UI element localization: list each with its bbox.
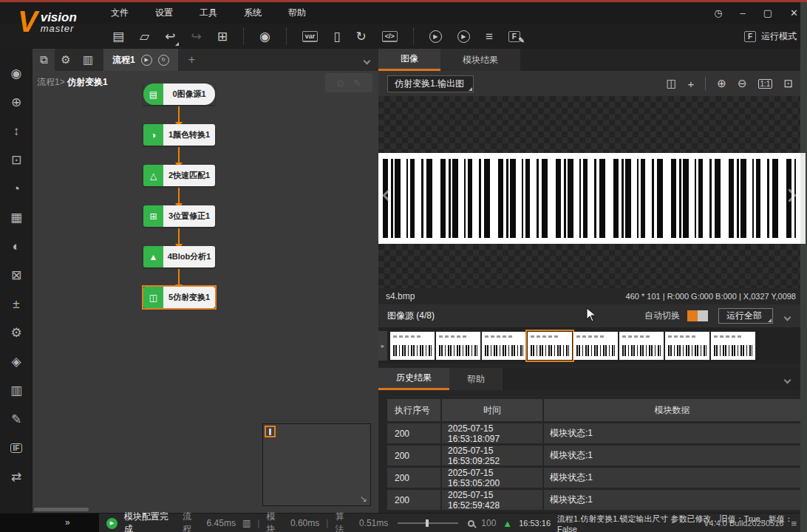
color-fill-icon[interactable]: ◈ — [0, 347, 33, 376]
acquisition-icon[interactable]: ◉ — [0, 59, 33, 88]
zoom-out-icon[interactable]: ⊖ — [738, 77, 747, 90]
communication-branch-icon[interactable]: ⇄ — [0, 463, 33, 491]
canvas-zoom-icon[interactable]: ⊙ — [336, 78, 344, 89]
save-icon[interactable]: ▤ — [112, 30, 124, 43]
thumbnail-2[interactable] — [436, 332, 480, 360]
tab-help[interactable]: 帮助 — [449, 368, 503, 390]
minimap-viewport[interactable] — [265, 426, 276, 437]
logic-if-icon[interactable]: IF — [0, 434, 33, 463]
menu-system[interactable]: 系统 — [244, 7, 262, 19]
menu-help[interactable]: 帮助 — [288, 7, 306, 19]
flow-tab[interactable]: 流程1 ▶ ↻ — [103, 49, 178, 71]
canvas-zoom-slider[interactable] — [398, 522, 458, 524]
calibration-axis-icon[interactable]: ⊠ — [0, 261, 33, 290]
io-card-icon[interactable]: ▯ — [333, 30, 340, 43]
sphere-3d-icon[interactable]: ◐ — [0, 232, 33, 261]
measure-icon[interactable]: ↕ — [0, 117, 33, 146]
menu-tools[interactable]: 工具 — [200, 7, 217, 19]
expand-panel-icon[interactable]: » — [65, 517, 69, 528]
frame-lock-icon[interactable]: ⊞ — [217, 30, 228, 43]
minimap-resize-handle[interactable]: ↘ — [360, 494, 367, 504]
recognition-icon[interactable]: ⊡ — [0, 146, 33, 174]
source-bar-collapse-icon[interactable] — [785, 310, 790, 323]
flow-barcode-icon[interactable]: ▥ — [77, 49, 99, 71]
breadcrumb-parent[interactable]: 流程1> — [37, 77, 65, 87]
tab-image[interactable]: 图像 — [378, 49, 440, 71]
run-continuous-icon[interactable]: ▶ — [457, 30, 470, 43]
rebuild-icon[interactable]: ↻ — [356, 30, 367, 43]
thumbnail-7[interactable] — [665, 332, 709, 360]
auto-switch-toggle[interactable] — [687, 310, 708, 321]
table-row[interactable]: 200 2025-07-15 16:53:09:252 模块状态:1 — [387, 446, 800, 466]
redo-icon[interactable]: ↪ — [191, 30, 201, 43]
thumbnail-6[interactable] — [619, 332, 664, 360]
table-row[interactable]: 200 2025-07-15 16:53:05:200 模块状态:1 — [387, 468, 800, 488]
compare-view-icon[interactable]: ◫ — [666, 77, 676, 90]
center-view-icon[interactable]: + — [688, 78, 695, 90]
location-icon[interactable]: ⊕ — [0, 88, 33, 117]
global-variable-icon[interactable]: var — [302, 31, 319, 42]
table-row[interactable]: 200 2025-07-15 16:53:18:097 模块状态:1 — [387, 423, 800, 443]
notice-list-icon[interactable]: ≡ — [791, 518, 797, 529]
image-edit-icon[interactable]: ✎ — [0, 405, 33, 434]
flow-run-once-icon[interactable]: ▶ — [141, 55, 152, 66]
tab-module-result[interactable]: 模块结果 — [440, 49, 520, 71]
thumbnail-1[interactable] — [390, 332, 435, 360]
image-settings-icon[interactable]: ⚙ — [0, 318, 33, 347]
flow-node-color-convert[interactable]: ◑ 1颜色转换1 — [143, 124, 215, 146]
fit-screen-icon[interactable]: ⊡ — [783, 77, 793, 90]
run-mode-switch[interactable]: F 运行模式 — [744, 24, 797, 49]
thumbnail-5[interactable] — [573, 332, 618, 360]
format-edit-icon[interactable]: F✎ — [508, 31, 520, 42]
minimize-button[interactable]: – — [740, 7, 746, 18]
calculation-icon[interactable]: ± — [0, 290, 33, 318]
flow-node-blob-analysis[interactable]: ▲ 4Blob分析1 — [143, 246, 215, 267]
flow-header: ⧉ ⚙ ▥ 流程1 ▶ ↻ + — [33, 49, 378, 71]
menu-file[interactable]: 文件 — [111, 7, 129, 19]
display-source-select[interactable]: 仿射变换1.输出图 — [387, 75, 474, 92]
zoom-in-icon[interactable]: ⊕ — [717, 77, 726, 90]
flow-hierarchy-icon[interactable]: ⧉ — [33, 49, 55, 71]
flow-header-collapse-icon[interactable] — [364, 53, 370, 66]
camera-icon[interactable]: ◉ — [259, 30, 270, 43]
actual-size-icon[interactable]: 1:1 — [758, 79, 773, 89]
close-button[interactable]: ✕ — [790, 7, 798, 18]
run-once-icon[interactable]: ▶ — [429, 30, 442, 43]
thumbnail-8[interactable] — [711, 332, 755, 360]
flow-run-loop-icon[interactable]: ↻ — [158, 55, 169, 66]
histogram-icon[interactable]: ▥ — [0, 376, 33, 405]
tab-history-result[interactable]: 历史结果 — [378, 368, 449, 390]
image-viewer[interactable] — [378, 96, 800, 288]
flow-horizontal-scrollbar[interactable] — [34, 508, 89, 511]
undo-icon[interactable]: ↩ — [165, 30, 175, 43]
history-collapse-icon[interactable] — [785, 372, 790, 386]
global-tools-icon[interactable]: ⚙ — [55, 49, 77, 71]
open-icon[interactable]: ▱ — [140, 30, 149, 43]
thumbnail-4-selected[interactable] — [528, 332, 572, 360]
canvas-edit-icon[interactable]: ✎ — [353, 78, 361, 89]
thumbnail-3[interactable] — [482, 332, 526, 360]
add-flow-tab-button[interactable]: + — [188, 53, 195, 66]
viewer-tools-separator — [705, 77, 706, 90]
thumbnail-scroll-left-button[interactable]: ▸ — [378, 331, 387, 361]
affine-transform-node-icon: ◫ — [143, 287, 163, 308]
flow-detail-icon[interactable]: ▥ — [242, 518, 251, 528]
run-all-button[interactable]: 运行全部 — [718, 308, 773, 324]
slider-knob[interactable] — [426, 519, 429, 527]
auto-switch-label: 自动切换 — [644, 310, 680, 322]
queue-manager-icon[interactable]: ≡ — [486, 30, 493, 43]
table-row[interactable]: 200 2025-07-15 16:52:59:428 模块状态:1 — [387, 490, 800, 510]
maximize-button[interactable]: ▢ — [763, 7, 772, 18]
clock-icon[interactable]: ◷ — [714, 7, 722, 18]
image-filename: s4.bmp — [386, 291, 415, 301]
flow-minimap[interactable]: ↘ — [262, 423, 371, 506]
capture-timing-icon[interactable]: ◔ — [0, 174, 33, 203]
menu-settings[interactable]: 设置 — [155, 7, 173, 19]
flow-node-affine-transform[interactable]: ◫ 5仿射变换1 — [143, 287, 215, 308]
script-code-icon[interactable]: </> — [382, 31, 398, 42]
flow-node-image-source[interactable]: ▤ 0图像源1 — [143, 83, 215, 105]
flow-node-position-fix[interactable]: ⊞ 3位置修正1 — [143, 205, 215, 227]
app-logo: V vision master — [18, 7, 77, 36]
feature-points-icon[interactable]: ▦ — [0, 203, 33, 232]
flow-node-fast-match[interactable]: △ 2快速匹配1 — [143, 165, 215, 186]
